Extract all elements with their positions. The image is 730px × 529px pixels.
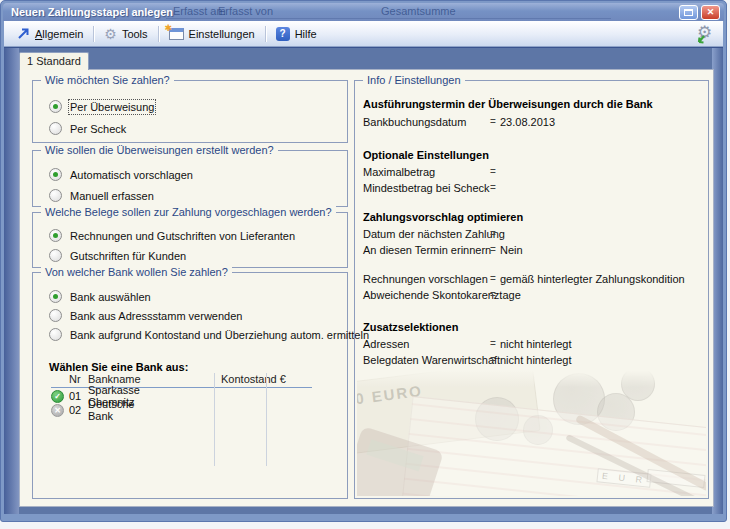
info-heading-zahlungsvorschlag: Zahlungsvorschlag optimieren [363,211,523,223]
info-row-belegdaten: Belegdaten Warenwirtschaft = nicht hinte… [363,354,704,368]
group-title: Wie sollen die Überweisungen erstellt we… [41,144,278,156]
info-value: nicht hinterlegt [500,354,572,366]
active-check-icon: ✓ [51,390,64,403]
coin-image [475,397,519,441]
toolbar-item-label: Allgemein [35,28,83,40]
radio-icon[interactable] [49,100,62,113]
radio-label[interactable]: Bank aus Adressstamm verwenden [70,310,242,322]
info-label: Belegdaten Warenwirtschaft [363,354,500,366]
info-label: An diesen Termin erinnern [363,244,491,256]
info-row-mindestbetrag: Mindestbetrag bei Scheck = [363,182,704,196]
group-bank-selection: Von welcher Bank wollen Sie zahlen? Bank… [32,272,348,499]
close-button[interactable]: ✕ [701,5,720,20]
cell-nr: 02 [69,404,81,416]
info-row-bankbuchungsdatum: Bankbuchungsdatum = 23.08.2013 [363,116,704,130]
table-row-deutsche-bank[interactable]: ✕ 02 Deutsche Bank [51,403,64,417]
tab-standard[interactable]: 1 Standard [19,52,89,70]
group-title: Info / Einstellungen [363,74,465,86]
radio-label[interactable]: Automatisch vorschlagen [70,169,193,181]
radio-label[interactable]: Rechnungen und Gutschriften von Lieferan… [70,230,295,242]
eur-boxes-image: E U R [596,468,651,488]
pen-image [565,434,706,496]
info-row-maximalbetrag: Maximalbetrag = [363,166,704,180]
radio-icon[interactable] [49,168,62,181]
info-row-datum-naechste-zahlung: Datum der nächsten Zahlung = [363,228,704,242]
radio-option-bank-adressstamm[interactable]: Bank aus Adressstamm verwenden [49,308,242,323]
radio-option-bank-automatisch[interactable]: Bank aufgrund Kontostand und Überziehung… [49,327,369,342]
table-column-separator [266,373,267,466]
radio-label[interactable]: Manuell erfassen [70,190,154,202]
group-info-einstellungen: Info / Einstellungen Ausführungstermin d… [354,80,709,499]
group-creation-mode: Wie sollen die Überweisungen erstellt we… [32,150,348,207]
info-value: Nein [500,244,523,256]
equals-marker: = [490,244,496,255]
radio-icon[interactable] [49,309,62,322]
close-icon: ✕ [707,7,715,17]
equals-marker: = [490,116,496,127]
process-gear-button[interactable]: ⚙ [697,24,719,44]
info-row-rechnungen-vorschlagen: Rechnungen vorschlagen = gemäß hinterleg… [363,273,704,287]
radio-label[interactable]: Gutschriften für Kunden [70,250,186,262]
radio-icon[interactable] [49,249,62,262]
restore-icon [684,9,693,16]
info-label: Bankbuchungsdatum [363,116,466,128]
toolbar-item-label: Einstellungen [189,28,255,40]
amount-box-image [646,469,705,488]
pen-image [575,414,706,491]
cell-nr: 01 [69,390,81,402]
radio-icon[interactable] [49,229,62,242]
equals-marker: = [490,354,496,365]
radio-icon[interactable] [49,122,62,135]
info-row-termin-erinnern: An diesen Termin erinnern = Nein [363,244,704,258]
toolbar: Allgemein ⚙ Tools ✱ Einstellungen ? Hilf… [4,21,723,47]
dialog-window: Neuen Zahlungsstapel anlegen Erfasst am … [0,0,727,522]
window-title: Neuen Zahlungsstapel anlegen [11,6,173,18]
info-value: gemäß hinterlegter Zahlungskondition [500,273,685,285]
group-title: Welche Belege sollen zur Zahlung vorgesc… [41,206,336,218]
info-heading-zusatzselektionen: Zusatzselektionen [363,321,458,333]
title-bar[interactable]: Neuen Zahlungsstapel anlegen Erfasst am … [3,3,724,21]
toolbar-item-einstellungen[interactable]: ✱ Einstellungen [160,23,264,45]
restore-button[interactable] [679,5,698,20]
equals-marker: = [490,166,496,177]
radio-option-per-scheck[interactable]: Per Scheck [49,121,126,136]
column-header-nr[interactable]: Nr [69,373,81,386]
radio-label[interactable]: Per Scheck [70,123,126,135]
info-label: Adressen [363,338,409,350]
tab-page: Wie möchten Sie zahlen? Per Überweisung … [19,69,714,507]
radio-option-per-ueberweisung[interactable]: Per Überweisung [49,99,154,114]
radio-icon[interactable] [49,189,62,202]
radio-label[interactable]: Bank aufgrund Kontostand und Überziehung… [70,329,369,341]
radio-option-automatisch[interactable]: Automatisch vorschlagen [49,167,193,182]
equals-marker: = [490,228,496,239]
toolbar-item-tools[interactable]: ⚙ Tools [95,23,156,45]
radio-label[interactable]: Bank auswählen [70,291,151,303]
equals-marker: = [490,338,496,349]
radio-option-bank-auswaehlen[interactable]: Bank auswählen [49,289,151,304]
arrow-up-right-icon [17,27,30,40]
green-arrow-icon [695,34,707,46]
coin-image [553,373,605,425]
table-row-sparkasse[interactable]: ✓ 01 Sparkasse Chemnitz [51,389,64,403]
info-heading-ausfuehrungstermin: Ausführungstermin der Überweisungen durc… [363,98,653,110]
radio-option-manuell[interactable]: Manuell erfassen [49,188,154,203]
toolbar-item-hilfe[interactable]: ? Hilfe [267,23,326,45]
equals-marker: = [490,182,496,193]
radio-icon[interactable] [49,328,62,341]
group-document-types: Welche Belege sollen zur Zahlung vorgesc… [32,212,348,268]
column-header-kontostand[interactable]: Kontostand € [221,373,286,386]
ghost-column-erfasst-von: Erfasst von [218,5,273,17]
radio-option-rechnungen-lieferanten[interactable]: Rechnungen und Gutschriften von Lieferan… [49,228,295,243]
toolbar-separator [158,26,159,42]
radio-icon[interactable] [49,290,62,303]
gears-icon: ⚙ [104,27,117,41]
ghost-column-gesamtsumme: Gesamtsumme [381,5,456,17]
radio-option-gutschriften-kunden[interactable]: Gutschriften für Kunden [49,248,186,263]
watermark-fade [357,371,706,387]
info-row-adressen: Adressen = nicht hinterlegt [363,338,704,352]
bank-table-caption: Wählen Sie eine Bank aus: [49,361,188,373]
toolbar-item-allgemein[interactable]: Allgemein [8,23,92,45]
group-title: Wie möchten Sie zahlen? [41,74,174,86]
radio-label[interactable]: Per Überweisung [70,101,154,113]
watermark-money-photo: 0 EURO E U R [357,371,706,496]
